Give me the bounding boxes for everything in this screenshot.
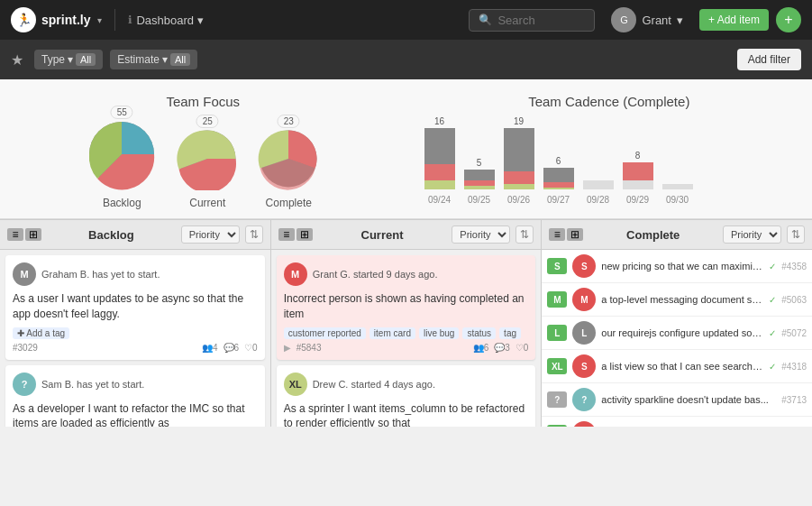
- item-thumb: ?: [572, 388, 596, 411]
- item-thumb: S: [572, 254, 596, 278]
- complete-sort-button[interactable]: ⇅: [787, 225, 805, 244]
- check-icon: ✓: [769, 262, 776, 271]
- item-thumb: M: [572, 288, 596, 311]
- list-view-icon[interactable]: ≡: [7, 228, 23, 241]
- tag[interactable]: item card: [370, 327, 415, 339]
- view-icons[interactable]: ≡ ⊞: [278, 228, 313, 241]
- item-thumb: L: [572, 321, 596, 345]
- card-user: Sam B. has yet to start.: [41, 379, 144, 390]
- add-filter-label: Add filter: [748, 53, 790, 66]
- list-item[interactable]: XL S a list view so that I can see searc…: [542, 350, 812, 383]
- grid-view-icon[interactable]: ⊞: [567, 228, 583, 241]
- check-icon: ✓: [769, 295, 776, 305]
- dashboard-menu[interactable]: ℹ Dashboard ▾: [128, 14, 204, 27]
- grid-view-icon[interactable]: ⊞: [25, 228, 41, 241]
- user-name: Grant: [642, 14, 671, 27]
- card-body: As a developer I want to refactor the IM…: [13, 401, 258, 427]
- current-header: ≡ ⊞ Current Priority ⇅: [271, 220, 542, 250]
- size-badge: L: [547, 325, 567, 341]
- size-badge: ?: [547, 391, 567, 408]
- search-box[interactable]: 🔍: [469, 9, 595, 32]
- user-caret: ▾: [677, 14, 683, 27]
- logo-icon: 🏃: [11, 7, 36, 32]
- card-id: #3029: [13, 343, 38, 353]
- item-id: #3713: [781, 395, 807, 405]
- brand-name: sprint.ly: [41, 13, 90, 27]
- pie-current-wrapper: 25: [176, 127, 239, 193]
- tag[interactable]: customer reported: [284, 327, 366, 339]
- estimate-value: All: [170, 53, 190, 66]
- current-body: M Grant G. started 9 days ago. Incorrect…: [271, 250, 542, 427]
- pie-complete: 23 Complete: [257, 127, 320, 209]
- pie-backlog: 55 Backlog: [86, 118, 158, 209]
- add-item-button[interactable]: + Add item: [699, 9, 769, 31]
- card-body: As a user I want updates to be async so …: [13, 291, 258, 322]
- grid-view-icon[interactable]: ⊞: [297, 228, 313, 241]
- search-icon: 🔍: [479, 14, 492, 26]
- pie-complete-label: Complete: [266, 197, 312, 209]
- pie-complete-svg: [257, 127, 320, 190]
- list-item[interactable]: S S new pricing so that we can maximiz..…: [542, 250, 812, 283]
- estimate-label: Estimate: [117, 53, 160, 66]
- backlog-column: ≡ ⊞ Backlog Priority ⇅ M Graham B. has y…: [0, 220, 271, 427]
- backlog-sort-button[interactable]: ⇅: [245, 225, 263, 244]
- avatar: M: [284, 262, 307, 286]
- type-label: Type: [41, 53, 65, 66]
- card-header: ? Sam B. has yet to start.: [13, 373, 258, 396]
- complete-sort-select[interactable]: Priority: [723, 225, 781, 244]
- backlog-sort-select[interactable]: Priority: [181, 225, 240, 244]
- pie-backlog-svg: [86, 118, 158, 190]
- card-user: Graham B. has yet to start.: [41, 269, 160, 280]
- card-user: Grant G. started 9 days ago.: [313, 269, 438, 280]
- table-row[interactable]: ? Sam B. has yet to start. As a develope…: [5, 365, 265, 427]
- view-icons[interactable]: ≡ ⊞: [549, 228, 583, 241]
- star-button[interactable]: ★: [11, 51, 23, 69]
- tag[interactable]: ✚ Add a tag: [13, 327, 69, 339]
- backlog-body: M Graham B. has yet to start. As a user …: [0, 250, 270, 427]
- list-item[interactable]: L L our requirejs configure updated so t…: [542, 317, 812, 350]
- bar-0928: 0 09/28: [583, 169, 614, 205]
- add-user-button[interactable]: +: [776, 7, 801, 32]
- list-item[interactable]: ? ? activity sparkline doesn't update ba…: [542, 383, 812, 417]
- bar-chart: 16 09/24 5 09/25 19: [424, 118, 795, 208]
- pie-current: 25 Current: [176, 127, 239, 209]
- complete-body: S S new pricing so that we can maximiz..…: [542, 250, 812, 427]
- list-item[interactable]: S S Review Ian Eure podcast ✓ #5341: [542, 417, 812, 427]
- bar-0925: 5 09/25: [464, 158, 495, 205]
- list-item[interactable]: M M a top-level messaging document so...…: [542, 283, 812, 317]
- team-focus-chart: Team Focus 55 Backlog 25: [18, 94, 388, 209]
- view-icons[interactable]: ≡ ⊞: [7, 228, 41, 241]
- complete-header: ≡ ⊞ Complete Priority ⇅: [542, 220, 812, 250]
- avatar: XL: [284, 373, 307, 396]
- search-input[interactable]: [497, 14, 585, 27]
- item-id: #4358: [781, 262, 807, 271]
- current-sort-select[interactable]: Priority: [452, 225, 510, 244]
- list-view-icon[interactable]: ≡: [549, 228, 565, 241]
- card-tags: ✚ Add a tag: [13, 327, 258, 339]
- complete-column: ≡ ⊞ Complete Priority ⇅ S S new pricing …: [542, 220, 812, 427]
- dashboard-label: Dashboard: [136, 14, 194, 27]
- table-row[interactable]: M Grant G. started 9 days ago. Incorrect…: [277, 255, 536, 360]
- team-focus-title: Team Focus: [18, 94, 388, 109]
- check-icon: ✓: [769, 328, 776, 338]
- add-filter-button[interactable]: Add filter: [737, 49, 801, 70]
- tag[interactable]: tag: [499, 327, 521, 339]
- current-sort-button[interactable]: ⇅: [515, 225, 534, 244]
- item-text: a top-level messaging document so...: [601, 294, 763, 305]
- current-title: Current: [318, 228, 447, 242]
- list-view-icon[interactable]: ≡: [278, 228, 295, 241]
- kanban-board: ≡ ⊞ Backlog Priority ⇅ M Graham B. has y…: [0, 219, 812, 427]
- table-row[interactable]: M Graham B. has yet to start. As a user …: [5, 255, 265, 360]
- collaborators: 👥6: [473, 343, 489, 353]
- card-user: Drew C. started 4 days ago.: [313, 379, 435, 390]
- estimate-filter[interactable]: Estimate ▾ All: [110, 50, 197, 69]
- team-cadence-title: Team Cadence (Complete): [424, 94, 795, 109]
- comments: 💬6: [224, 343, 240, 353]
- type-filter[interactable]: Type ▾ All: [34, 50, 103, 69]
- logo[interactable]: 🏃 sprint.ly ▾: [11, 7, 102, 32]
- tag[interactable]: status: [462, 327, 496, 339]
- table-row[interactable]: XL Drew C. started 4 days ago. As a spri…: [277, 365, 536, 427]
- card-header: M Graham B. has yet to start.: [13, 262, 258, 286]
- user-menu[interactable]: G Grant ▾: [611, 7, 683, 32]
- tag[interactable]: live bug: [419, 327, 459, 339]
